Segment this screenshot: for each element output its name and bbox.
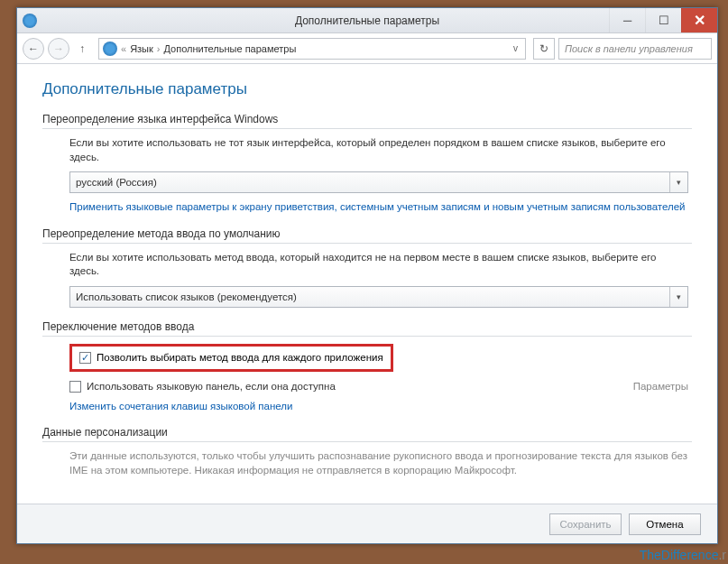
section-input-switching: Переключение методов ввода ✓ Позволить в…: [42, 320, 692, 414]
settings-window: Дополнительные параметры ─ ☐ ✕ ← → ↑ « Я…: [16, 7, 718, 544]
dropdown-value: Использовать список языков (рекомендуетс…: [76, 291, 297, 302]
chevron-down-icon: ▾: [669, 172, 687, 192]
up-button[interactable]: ↑: [73, 40, 91, 58]
dropdown-value: русский (Россия): [76, 177, 157, 188]
cancel-button[interactable]: Отмена: [629, 513, 701, 535]
section-header: Данные персонализации: [42, 426, 692, 442]
bottom-bar: Сохранить Отмена: [17, 504, 717, 543]
section-header: Переключение методов ввода: [42, 320, 692, 337]
section-instruction: Если вы хотите использовать метод ввода,…: [69, 251, 688, 279]
search-input[interactable]: Поиск в панели управления: [558, 38, 712, 60]
checkbox-label: Использовать языковую панель, если она д…: [87, 381, 336, 392]
window-title: Дополнительные параметры: [295, 14, 439, 27]
titlebar: Дополнительные параметры ─ ☐ ✕: [17, 8, 717, 33]
minimize-button[interactable]: ─: [609, 8, 645, 32]
breadcrumb-dropdown-icon[interactable]: v: [510, 43, 521, 53]
breadcrumb-item-advanced[interactable]: Дополнительные параметры: [164, 43, 297, 54]
maximize-button[interactable]: ☐: [645, 8, 681, 32]
breadcrumb[interactable]: « Язык › Дополнительные параметры v: [98, 38, 526, 60]
content-area: Дополнительные параметры Переопределение…: [17, 64, 717, 504]
watermark: TheDifference.r: [640, 548, 726, 562]
save-button[interactable]: Сохранить: [549, 513, 622, 535]
section-instruction: Эти данные используются, только чтобы ул…: [69, 449, 688, 477]
language-bar-checkbox[interactable]: [69, 381, 81, 393]
app-icon: [23, 14, 37, 28]
chevron-down-icon: ▾: [669, 287, 687, 307]
display-language-dropdown[interactable]: русский (Россия) ▾: [69, 171, 688, 193]
chevron-right-icon: ›: [157, 43, 161, 54]
section-input-method: Переопределение метода ввода по умолчани…: [42, 227, 692, 308]
globe-icon: [103, 42, 117, 56]
section-personalization: Данные персонализации Эти данные использ…: [42, 426, 692, 477]
search-placeholder: Поиск в панели управления: [565, 43, 693, 54]
checkbox-label: Позволить выбирать метод ввода для каждо…: [97, 352, 383, 363]
forward-button[interactable]: →: [48, 38, 69, 60]
parameters-link[interactable]: Параметры: [633, 381, 688, 392]
close-button[interactable]: ✕: [681, 8, 717, 32]
input-method-dropdown[interactable]: Использовать список языков (рекомендуетс…: [69, 286, 688, 308]
breadcrumb-item-language[interactable]: Язык: [130, 43, 153, 54]
navbar: ← → ↑ « Язык › Дополнительные параметры …: [17, 33, 717, 64]
section-display-language: Переопределение языка интерфейса Windows…: [42, 113, 692, 215]
breadcrumb-prefix: «: [121, 43, 126, 54]
section-instruction: Если вы хотите использовать не тот язык …: [69, 136, 688, 164]
highlighted-option: ✓ Позволить выбирать метод ввода для каж…: [69, 344, 393, 372]
section-header: Переопределение метода ввода по умолчани…: [42, 227, 692, 244]
change-hotkeys-link[interactable]: Изменить сочетания клавиш языковой панел…: [69, 400, 688, 414]
back-button[interactable]: ←: [23, 38, 44, 60]
per-app-input-checkbox[interactable]: ✓: [79, 352, 91, 364]
refresh-button[interactable]: ↻: [533, 38, 555, 60]
window-controls: ─ ☐ ✕: [609, 8, 717, 32]
apply-language-link[interactable]: Применить языковые параметры к экрану пр…: [69, 200, 688, 215]
section-header: Переопределение языка интерфейса Windows: [42, 113, 692, 129]
page-title: Дополнительные параметры: [42, 80, 692, 98]
